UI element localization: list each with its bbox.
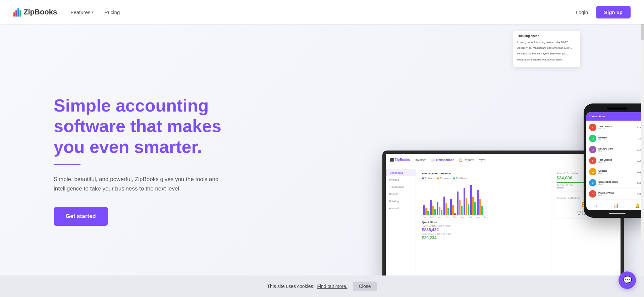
navbar: ZipBooks Features ▾ Pricing Login Sign u…: [0, 0, 644, 24]
hero-subtitle: Simple, beautiful, and powerful, ZipBook…: [54, 175, 228, 194]
sidebar-item-invoices: Invoices: [386, 176, 416, 183]
bar-group-feb: [430, 200, 436, 215]
quick-stats: Quick Stats LAST MONTH NET SCORE $835,43…: [422, 221, 548, 240]
phone-notch: [607, 108, 627, 110]
navbar-left: ZipBooks Features ▾ Pricing: [13, 7, 120, 17]
app-nav-reports: 📋 Reports: [459, 158, 474, 162]
get-started-button[interactable]: Get started: [54, 207, 108, 226]
avatar: G: [589, 168, 596, 175]
avatar: C: [589, 179, 596, 186]
list-item: D Design: Mark Nov 11 3.00 hrs: [586, 144, 644, 155]
bar-group-jul: [464, 188, 469, 215]
app-sidebar: Dashboard Invoices Transactions Reports …: [386, 166, 416, 282]
chat-icon: 💬: [623, 276, 632, 285]
sidebar-item-banking: Banking: [386, 198, 416, 205]
phone: Transactions T Test Checks Nov 13 3.48 h…: [584, 103, 644, 218]
last-month-value: $835,432: [422, 227, 548, 232]
cookie-text: This site uses cookies:: [267, 284, 315, 289]
bar-group-apr: [443, 197, 449, 215]
avatar: T: [589, 124, 596, 131]
app-nav: Invoices 📊 Transactions 📋 Reports Myré: [415, 158, 485, 162]
phone-header-label: Transactions: [589, 115, 644, 118]
sidebar-item-account: Account: [386, 205, 416, 212]
phone-nav-icon: ⌂: [594, 203, 597, 208]
bar-group-jan: [423, 205, 429, 215]
cookie-link[interactable]: Find out more.: [317, 284, 347, 289]
chart-months: Jan Feb Mar Apr May Jun Jul Aug Sep: [422, 216, 548, 218]
thinking-item-2: Accept Visa, Mastercard and American Exp…: [517, 46, 576, 50]
logo-bar-red: [13, 12, 15, 17]
list-item: G General Nov 9 3.22 hrs: [586, 166, 644, 177]
bar-group-jun: [457, 192, 463, 215]
features-link[interactable]: Features ▾: [70, 9, 94, 15]
phone-home-bar: [609, 213, 626, 214]
thinking-item-4: Have a professional look at your bank...: [517, 58, 576, 61]
list-item: T Test Checks Nov 13 3.48 hrs: [586, 122, 644, 133]
app-nav-invoices: Invoices: [415, 158, 426, 162]
phone-list: T Test Checks Nov 13 3.48 hrs G General: [586, 121, 644, 201]
legend-profit: Profit/Loss: [453, 177, 467, 179]
bar-group-sep: [477, 190, 483, 215]
list-item: P Plumber Work Nov 7 3.38 hrs: [586, 188, 644, 200]
bar-group-aug: [470, 185, 476, 215]
cookie-banner: This site uses cookies: Find out more. C…: [0, 275, 644, 297]
phone-screen: Transactions T Test Checks Nov 13 3.48 h…: [586, 112, 644, 210]
signup-button[interactable]: Sign up: [596, 6, 631, 18]
chart-legend: Revenue Expenses Profit/Loss: [422, 177, 548, 179]
thinking-item-3: Pay $55.23 less for payroll than what yo…: [517, 52, 576, 55]
scrollbar[interactable]: [641, 0, 644, 297]
avatar: D: [589, 146, 596, 153]
hero-content: Simple accounting software that makes yo…: [0, 75, 255, 246]
thinking-panel-title: Thinking ahead: [517, 34, 576, 38]
logo-bar-green: [19, 10, 21, 17]
phone-bottom-nav: ⌂ 📊 🔔: [586, 201, 644, 210]
bar-group-mar: [437, 202, 442, 215]
chevron-down-icon: ▾: [92, 10, 94, 14]
list-item: T Test Checks Nov 10 3.00 hrs: [586, 155, 644, 166]
chat-widget[interactable]: 💬: [619, 271, 636, 289]
list-item: C Create Billboards Nov 8 5.00 hrs: [586, 177, 644, 188]
hero-title: Simple accounting software that makes yo…: [54, 95, 255, 157]
sidebar-item-reports: Reports: [386, 190, 416, 198]
cookie-close-button[interactable]: Close: [353, 282, 377, 291]
logo-text: ZipBooks: [23, 8, 57, 16]
app-nav-myre: Myré: [479, 158, 485, 162]
phone-header: Transactions: [586, 112, 644, 121]
chart-area: [422, 181, 548, 215]
legend-revenue: Revenue: [422, 177, 434, 179]
app-logo: ⬛ ZipBooks: [390, 158, 410, 162]
login-link[interactable]: Login: [576, 9, 588, 15]
logo-bar-blue: [17, 8, 19, 17]
this-month-value: $30,234: [422, 236, 548, 240]
thinking-item-1: Lower your outstanding balances by 10-17: [517, 40, 576, 44]
pricing-link[interactable]: Pricing: [104, 9, 120, 15]
nav-links: Features ▾ Pricing: [70, 9, 120, 15]
phone-nav-icon: 🔔: [635, 203, 640, 208]
avatar: G: [589, 135, 596, 142]
hero-section: Simple accounting software that makes yo…: [0, 0, 644, 297]
logo-icon: [13, 7, 21, 17]
last-month-stat: LAST MONTH NET SCORE: [422, 225, 548, 227]
navbar-right: Login Sign up: [576, 6, 631, 18]
bar-group-may: [450, 199, 456, 215]
avatar: P: [589, 190, 596, 198]
logo[interactable]: ZipBooks: [13, 7, 57, 17]
hero-divider: [54, 164, 80, 165]
chart-title: Financial Performance: [422, 172, 548, 175]
chart-panel: Financial Performance Revenue Expenses: [419, 169, 551, 278]
quick-stats-label: Quick Stats: [422, 221, 548, 224]
legend-expenses: Expenses: [437, 177, 450, 179]
this-month-stat: THIS MONTH NET SCORE: [422, 233, 548, 236]
app-nav-transactions: 📊 Transactions: [431, 158, 454, 162]
hero-devices: Thinking ahead Lower your outstanding ba…: [376, 24, 644, 297]
phone-nav-icon: 📊: [613, 203, 619, 208]
sidebar-item-transactions: Transactions: [386, 183, 416, 190]
avatar: T: [589, 157, 596, 164]
phone-wrap: Transactions T Test Checks Nov 13 3.48 h…: [584, 24, 644, 297]
thinking-ahead-panel: Thinking ahead Lower your outstanding ba…: [513, 31, 580, 67]
list-item: G General Nov 12 4.00 hrs: [586, 133, 644, 144]
logo-bar-purple: [15, 10, 17, 17]
sidebar-item-dashboard: Dashboard: [386, 169, 416, 176]
